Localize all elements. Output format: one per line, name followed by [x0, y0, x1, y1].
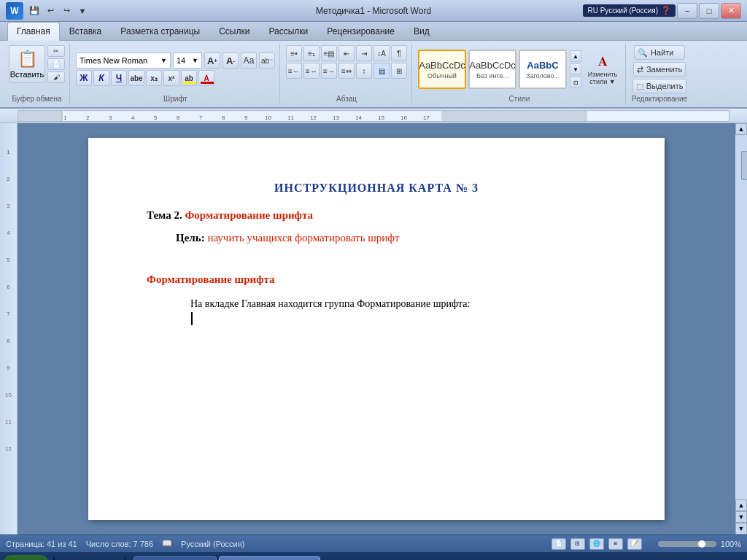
text-cursor: [191, 312, 193, 325]
undo-icon[interactable]: ↩: [44, 4, 57, 18]
paste-button[interactable]: 📋 Вставить: [9, 45, 45, 83]
font-size-select[interactable]: 14 ▼: [173, 52, 202, 69]
increase-font-button[interactable]: A+: [204, 52, 220, 69]
align-center-button[interactable]: ≡↔: [303, 63, 320, 79]
maximize-button[interactable]: □: [699, 3, 719, 19]
svg-text:3: 3: [109, 114, 112, 121]
view-print-button[interactable]: 📄: [551, 538, 566, 550]
taskbar-window-word[interactable]: 📄 Методичка1 - Micr...: [219, 556, 320, 560]
select-button[interactable]: ⬚ Выделить: [632, 79, 687, 93]
tab-view[interactable]: Вид: [404, 22, 439, 40]
svg-text:6: 6: [177, 114, 180, 121]
view-web-button[interactable]: 🌐: [589, 538, 604, 550]
numbering-button[interactable]: ≡₁: [303, 45, 320, 61]
shading-button[interactable]: ▤: [374, 63, 390, 79]
document-scroll-area[interactable]: ИНСТРУКЦИОННАЯ КАРТА № 3 Тема 2. Формати…: [18, 123, 735, 534]
taskbar-window-metodichka[interactable]: 📄 Для методички: [133, 556, 217, 560]
multilevel-button[interactable]: ≡▤: [321, 45, 337, 61]
format-painter-button[interactable]: 🖌: [47, 71, 65, 83]
doc-subtitle: Тема 2. Форматирование шрифта: [147, 209, 606, 222]
customize-icon[interactable]: ▼: [76, 4, 89, 18]
quick-access-toolbar: 💾 ↩ ↪ ▼: [28, 4, 89, 18]
start-button[interactable]: ⊞ Пуск: [3, 555, 49, 560]
close-button[interactable]: ✕: [721, 3, 741, 19]
justify-button[interactable]: ≡⇔: [338, 63, 355, 79]
taskbar: ⊞ Пуск 🖥 🌐 📁 📄 Для методички 📄 Методичка…: [0, 552, 747, 560]
subscript-button[interactable]: x₂: [146, 70, 162, 86]
doc-goal: Цель: научить учащихся форматировать шри…: [176, 232, 606, 244]
scroll-down-button[interactable]: ▼: [735, 523, 747, 534]
font-color-button[interactable]: A: [198, 70, 214, 86]
underline-button[interactable]: Ч: [111, 70, 127, 86]
redo-icon[interactable]: ↪: [60, 4, 73, 18]
view-draft-button[interactable]: 📝: [627, 538, 642, 550]
tab-insert[interactable]: Вставка: [60, 22, 112, 40]
line-spacing-button[interactable]: ↕: [356, 63, 372, 79]
scroll-prev-page[interactable]: ▲: [735, 499, 747, 511]
show-marks-button[interactable]: ¶: [391, 45, 407, 61]
scroll-next-page[interactable]: ▼: [735, 511, 747, 523]
cut-button[interactable]: ✂: [47, 45, 65, 57]
view-outline-button[interactable]: ≡: [608, 538, 623, 550]
find-button[interactable]: 🔍 Найти: [634, 45, 685, 60]
scroll-up-button[interactable]: ▲: [735, 123, 747, 135]
view-fullscreen-button[interactable]: ⊡: [570, 538, 585, 550]
change-case-button[interactable]: Аа: [241, 52, 257, 69]
language-button[interactable]: RU Русский (Россия) ❓: [583, 4, 676, 17]
clipboard-content: 📋 Вставить ✂ 📄 🖌: [9, 45, 65, 93]
decrease-font-button[interactable]: A-: [222, 52, 239, 69]
styles-scroll-down[interactable]: ▼: [570, 63, 581, 75]
align-left-button[interactable]: ≡←: [286, 63, 302, 79]
taskbar-separator-2: [125, 557, 126, 560]
italic-button[interactable]: К: [93, 70, 109, 86]
strikethrough-button[interactable]: abe: [128, 70, 144, 86]
show-desktop-button[interactable]: 🖥: [59, 556, 78, 560]
horizontal-ruler: 1 2 3 4 5 6 7 8 9 10 11 12 13 14 15 16 1…: [18, 110, 729, 122]
style-normal[interactable]: AaBbCcDc Обычный: [418, 50, 466, 89]
clear-format-button[interactable]: ab⁻: [259, 52, 275, 69]
increase-indent-button[interactable]: ⇥: [356, 45, 372, 61]
explorer-button[interactable]: 📁: [101, 556, 120, 560]
spell-check-icon[interactable]: 📖: [162, 539, 172, 548]
bold-button[interactable]: Ж: [76, 70, 92, 86]
scroll-thumb[interactable]: [741, 151, 747, 180]
style-heading[interactable]: AaBbC Заголово...: [519, 50, 567, 89]
editing-group: 🔍 Найти ⇄ Заменить ⬚ Выделить Редактиров…: [627, 44, 692, 104]
copy-button[interactable]: 📄: [47, 58, 65, 70]
style-no-spacing-label: Без инте...: [476, 72, 508, 79]
style-heading-label: Заголово...: [526, 72, 560, 79]
tab-references[interactable]: Ссылки: [209, 22, 259, 40]
page-count: Страница: 41 из 41: [6, 540, 77, 548]
svg-rect-1: [18, 111, 62, 121]
tab-mailings[interactable]: Рассылки: [259, 22, 317, 40]
borders-button[interactable]: ⊞: [391, 63, 407, 79]
sort-button[interactable]: ↕A: [374, 45, 390, 61]
taskbar-separator: [53, 557, 55, 560]
zoom-slider[interactable]: [658, 541, 716, 547]
bullets-button[interactable]: ≡•: [286, 45, 302, 61]
ie-button[interactable]: 🌐: [80, 556, 99, 560]
minimize-button[interactable]: −: [677, 3, 697, 19]
decrease-indent-button[interactable]: ⇤: [338, 45, 355, 61]
save-icon[interactable]: 💾: [28, 4, 41, 18]
style-no-spacing[interactable]: AaBbCcDc Без инте...: [468, 50, 516, 89]
paste-icon: 📋: [18, 50, 37, 69]
replace-button[interactable]: ⇄ Заменить: [633, 62, 686, 77]
align-right-button[interactable]: ≡→: [321, 63, 337, 79]
svg-text:4: 4: [131, 114, 135, 121]
svg-rect-0: [18, 111, 729, 121]
tab-page-layout[interactable]: Разметка страницы: [111, 22, 209, 40]
zoom-level: 100%: [721, 540, 741, 548]
styles-expand[interactable]: ⊡: [570, 77, 581, 88]
paragraph-group: ≡• ≡₁ ≡▤ ⇤ ⇥ ↕A ¶ ≡← ≡↔ ≡→ ≡⇔ ↕ ▤ ⊞: [282, 44, 412, 104]
tab-review[interactable]: Рецензирование: [317, 22, 404, 40]
font-name-select[interactable]: Times New Roman ▼: [76, 52, 171, 69]
change-style-button[interactable]: 𝐀 Изменить стили ▼: [584, 54, 621, 85]
superscript-button[interactable]: x²: [163, 70, 179, 86]
styles-scroll-up[interactable]: ▲: [570, 50, 581, 62]
tab-home[interactable]: Главная: [7, 22, 60, 41]
language-status[interactable]: Русский (Россия): [181, 540, 244, 548]
highlight-button[interactable]: ab: [181, 70, 197, 86]
style-normal-label: Обычный: [427, 72, 457, 79]
status-right: 📄 ⊡ 🌐 ≡ 📝 100%: [551, 538, 741, 550]
